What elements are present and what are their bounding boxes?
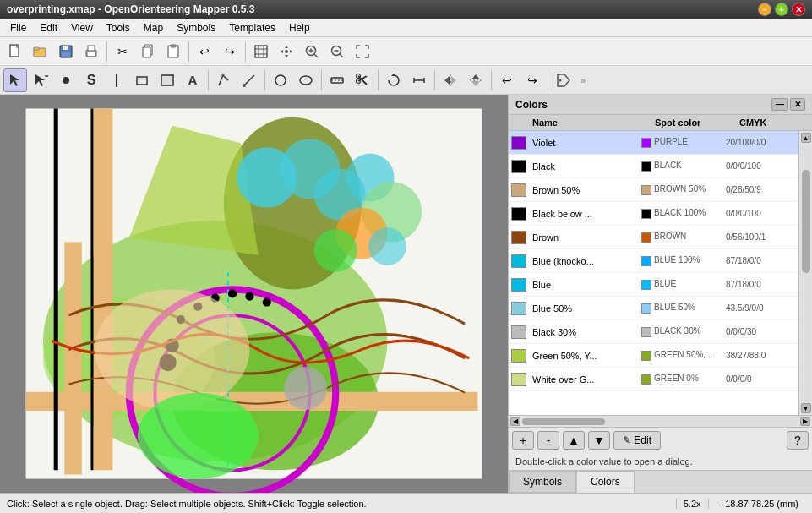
- panel-minimize-button[interactable]: —: [771, 98, 788, 111]
- color-swatch: [511, 325, 526, 339]
- menu-symbols[interactable]: Symbols: [170, 20, 222, 35]
- open-button[interactable]: [29, 40, 52, 63]
- remove-color-button[interactable]: -: [537, 431, 559, 450]
- move-up-button[interactable]: ▲: [563, 431, 585, 450]
- main-area: Colors — ✕ Name Spot color CMYK Violet P…: [0, 95, 812, 493]
- color-swatch-cell: [509, 249, 529, 273]
- panel-hscrollbar[interactable]: ◀ ▶: [509, 415, 812, 427]
- color-row[interactable]: Blue BLUE 87/18/0/0: [509, 273, 798, 297]
- canvas-area[interactable]: [0, 95, 508, 493]
- fullview-button[interactable]: [351, 40, 374, 63]
- draw2-tool[interactable]: [237, 68, 261, 92]
- color-row[interactable]: Violet PURPLE 20/100/0/0: [509, 131, 798, 155]
- rotate-tool[interactable]: [382, 68, 406, 92]
- undo2-btn[interactable]: ↩: [495, 68, 519, 92]
- menu-help[interactable]: Help: [282, 20, 317, 35]
- tag-tool[interactable]: [552, 68, 575, 92]
- grid-button[interactable]: [249, 40, 273, 63]
- menu-map[interactable]: Map: [137, 20, 170, 35]
- select-touch-tool[interactable]: [29, 68, 52, 92]
- svg-line-20: [314, 54, 318, 57]
- area-tool[interactable]: [155, 68, 179, 92]
- redo-button[interactable]: ↪: [218, 40, 242, 63]
- color-spot-cell: GREEN 50%, ...: [638, 350, 722, 360]
- spot-swatch: [641, 185, 651, 195]
- redo2-btn[interactable]: ↪: [520, 68, 544, 92]
- paste-button[interactable]: [161, 40, 185, 63]
- undo-button[interactable]: ↩: [193, 40, 216, 63]
- menu-edit[interactable]: Edit: [33, 20, 64, 35]
- color-name-cell: Blue 50%: [529, 303, 638, 314]
- select-tool[interactable]: [3, 68, 27, 92]
- svg-point-18: [285, 50, 288, 53]
- tab-symbols[interactable]: Symbols: [509, 471, 576, 493]
- zoom-in-button[interactable]: [300, 40, 324, 63]
- svg-rect-4: [63, 46, 68, 50]
- cut-button[interactable]: ✂: [111, 40, 134, 63]
- edit-color-button[interactable]: ✎ Edit: [613, 431, 661, 450]
- flip-v-tool[interactable]: [464, 68, 488, 92]
- flip-h-tool[interactable]: [439, 68, 462, 92]
- svg-point-86: [284, 367, 327, 410]
- help-button[interactable]: ?: [787, 431, 809, 450]
- color-row[interactable]: White over G... GREEN 0% 0/0/0/0: [509, 368, 798, 391]
- tab-colors[interactable]: Colors: [576, 471, 635, 493]
- color-spot-cell: BROWN: [638, 232, 722, 242]
- add-color-button[interactable]: +: [512, 431, 534, 450]
- color-row[interactable]: Green 50%, Y... GREEN 50%, ... 38/27/88.…: [509, 344, 798, 368]
- menu-view[interactable]: View: [64, 20, 100, 35]
- spot-swatch: [641, 209, 651, 219]
- color-row[interactable]: Blue (knocko... BLUE 100% 87/18/0/0: [509, 249, 798, 273]
- colors-panel: Colors — ✕ Name Spot color CMYK Violet P…: [508, 95, 812, 493]
- svg-rect-7: [88, 46, 95, 51]
- rect-tool[interactable]: [130, 68, 154, 92]
- menu-tools[interactable]: Tools: [100, 20, 137, 35]
- zoom-out-button[interactable]: [325, 40, 349, 63]
- col-spot-header: Spot color: [651, 115, 736, 130]
- line-tool[interactable]: |: [105, 68, 128, 92]
- label-tool[interactable]: A: [181, 68, 204, 92]
- move-down-button[interactable]: ▼: [588, 431, 610, 450]
- svg-point-87: [95, 289, 249, 410]
- save-button[interactable]: [54, 40, 78, 63]
- color-row[interactable]: Brown BROWN 0/56/100/1: [509, 226, 798, 249]
- scissors-tool[interactable]: [351, 68, 374, 92]
- color-row[interactable]: Black below ... BLACK 100% 0/0/0/100: [509, 202, 798, 226]
- close-button[interactable]: ✕: [792, 3, 805, 16]
- svg-rect-5: [62, 52, 70, 57]
- maximize-button[interactable]: +: [775, 3, 788, 16]
- new-button[interactable]: [3, 40, 27, 63]
- draw-tool[interactable]: [212, 68, 236, 92]
- color-name-cell: Brown: [529, 232, 638, 243]
- minimize-button[interactable]: –: [758, 3, 771, 16]
- titlebar: overprinting.xmap - OpenOrienteering Map…: [0, 0, 812, 19]
- measure-tool[interactable]: [407, 68, 431, 92]
- ellipse-tool[interactable]: [294, 68, 318, 92]
- panel-close-button[interactable]: ✕: [790, 98, 805, 111]
- colors-list: Violet PURPLE 20/100/0/0 Black BLACK 0/0…: [509, 131, 798, 415]
- svg-point-36: [275, 75, 286, 85]
- copy-button[interactable]: [136, 40, 160, 63]
- text-tool[interactable]: S: [79, 68, 103, 92]
- color-cmyk-cell: 43.5/9/0/0: [722, 303, 798, 313]
- pan-button[interactable]: [275, 40, 298, 63]
- cut-tool[interactable]: [325, 68, 349, 92]
- color-cmyk-cell: 87/18/0/0: [722, 280, 798, 289]
- color-cmyk-cell: 0/0/0/30: [722, 327, 798, 336]
- color-cmyk-cell: 20/100/0/0: [722, 138, 798, 147]
- print-button[interactable]: [79, 40, 103, 63]
- color-row[interactable]: Black BLACK 0/0/0/100: [509, 155, 798, 178]
- color-row[interactable]: Black 30% BLACK 30% 0/0/0/30: [509, 320, 798, 344]
- color-row[interactable]: Blue 50% BLUE 50% 43.5/9/0/0: [509, 297, 798, 320]
- circle-tool[interactable]: [269, 68, 292, 92]
- color-spot-cell: BLUE: [638, 279, 722, 289]
- color-swatch-cell: [509, 273, 529, 297]
- point-tool[interactable]: [54, 68, 78, 92]
- menu-templates[interactable]: Templates: [222, 20, 282, 35]
- spot-swatch: [641, 351, 651, 361]
- color-swatch-cell: [509, 297, 529, 320]
- menu-file[interactable]: File: [3, 20, 33, 35]
- colors-scrollbar[interactable]: ▲ ▼: [798, 131, 812, 415]
- svg-point-35: [243, 84, 246, 87]
- color-row[interactable]: Brown 50% BROWN 50% 0/28/50/9: [509, 178, 798, 202]
